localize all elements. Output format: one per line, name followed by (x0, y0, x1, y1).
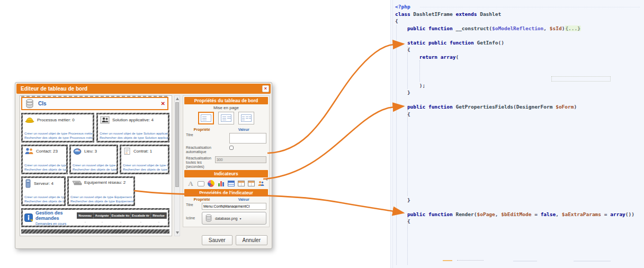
object-window-dashlet-icon[interactable] (237, 180, 245, 187)
tile-label: Contrat: 1 (133, 149, 152, 154)
properties-panel: Propriétés du tableau de bord Mise en pa… (183, 95, 270, 227)
dashlet-tile-contact[interactable]: Contact: 23 Créer un nouvel objet de typ… (21, 145, 68, 174)
cutoff-artifact (457, 260, 484, 261)
scroll-up-arrow-icon[interactable] (176, 97, 179, 100)
create-object-link[interactable]: Créer un nouvel objet de type Contrat (123, 163, 166, 167)
icon-picker-button[interactable]: database.png ▾ (202, 212, 266, 225)
serveur-icon (24, 179, 32, 188)
create-object-link[interactable]: Créer un nouvel objet de type Contact (24, 163, 65, 167)
dashboard-title-label: Titre (186, 133, 227, 137)
create-object-link[interactable]: Créer un nouvel objet de type Lieu (73, 163, 115, 167)
dashlet-tile-contrat[interactable]: Contrat: 1 Créer un nouvel objet de type… (120, 145, 169, 174)
gestion-status-table: Nouveau Assignée Escalade tto Escalade t… (77, 212, 167, 224)
dashlet-gestion-des-demandes[interactable]: Gestion des demandes Demandes en cours N… (21, 208, 169, 227)
search-object-link[interactable]: Rechercher des objets de type Serveur (24, 199, 62, 203)
create-object-link[interactable]: Créer un nouvel objet de type Serveur (24, 195, 62, 199)
column-header: Escalade tto (111, 212, 131, 219)
status-value: - (94, 219, 111, 224)
dialog-footer: Sauver Annuler (202, 235, 267, 245)
chevron-down-icon: ▾ (239, 217, 241, 220)
dashlet-header-cis[interactable]: CIs ✕ (21, 97, 168, 110)
screenshot-root: <?phpclass DashletIFrame extends Dashlet… (0, 0, 644, 268)
dashboard-editor-dialog: Editeur de tableau de bord × CIs ✕ (15, 82, 272, 249)
indicator-title-input[interactable] (202, 203, 266, 210)
column-header: Assignée (94, 212, 111, 219)
create-object-link[interactable]: Créer un nouvel objet de type Processus … (24, 131, 91, 136)
column-header: Résolue (151, 212, 167, 219)
contrat-icon (123, 147, 131, 155)
cis-remove-button[interactable]: ✕ (161, 101, 165, 106)
bar-chart-dashlet-icon[interactable] (217, 180, 225, 187)
column-header: Nouveau (77, 212, 94, 219)
search-object-link[interactable]: Rechercher des objets de type Solution a… (100, 136, 166, 140)
property-grid-header: Propriété Valeur (184, 196, 268, 202)
refresh-seconds-input[interactable] (215, 156, 266, 163)
solution-icon (100, 115, 110, 124)
column-header: Escalade ttr (131, 212, 151, 219)
status-value: - (77, 219, 94, 224)
board-properties-header: Propriétés du tableau de bord (184, 97, 268, 104)
gestion-subtitle-link[interactable]: Demandes en cours (35, 222, 75, 226)
database-icon (24, 99, 35, 109)
auto-refresh-label: Réactualisation automatique (186, 146, 227, 154)
status-value: - (151, 219, 167, 224)
save-button[interactable]: Sauver (202, 235, 232, 245)
dashboard-canvas: CIs ✕ Processus métier: 0 Créer un nouve… (20, 95, 172, 236)
cutoff-artifact (443, 260, 452, 261)
scrollbar-thumb[interactable] (175, 102, 179, 187)
indicator-properties-header: Propriétés de l'indicateur (184, 189, 268, 196)
indicator-toolbar: A 4 (184, 177, 268, 189)
collapsed-code-hint (551, 76, 611, 82)
dialog-close-button[interactable]: × (262, 85, 269, 92)
value-column-header: Valeur (219, 128, 268, 131)
search-object-link[interactable]: Rechercher des objets de type Processus … (24, 136, 91, 140)
reseau-icon (70, 179, 82, 186)
list-dashlet-icon[interactable] (227, 180, 235, 187)
code-panel: <?phpclass DashletIFrame extends Dashlet… (390, 0, 644, 268)
search-object-link[interactable]: Rechercher des objets de type Contact (24, 167, 65, 172)
scroll-down-arrow-icon[interactable] (176, 231, 179, 234)
contact-icon (24, 147, 34, 155)
icon-picker-value: database.png (215, 217, 237, 220)
code-gutter-line (392, 0, 393, 268)
layout-option-two-columns[interactable] (218, 112, 234, 124)
cis-title: CIs (38, 101, 158, 106)
object-window-dashlet-icon[interactable] (247, 180, 255, 187)
dashlet-tile-processus-metier[interactable]: Processus métier: 0 Créer un nouvel obje… (21, 113, 94, 142)
text-dashlet-icon[interactable]: A (186, 180, 195, 187)
dashlet-tile-serveur[interactable]: Serveur: 4 Créer un nouvel objet de type… (21, 176, 66, 206)
search-object-link[interactable]: Rechercher des objets de type Contrat (123, 167, 166, 172)
indicator-icon-label: Icône (186, 216, 200, 220)
dashlet-tile-equipement-reseau[interactable]: Equipement réseau: 2 Créer un nouvel obj… (67, 176, 135, 206)
php-source: <?phpclass DashletIFrame extends Dashlet… (395, 3, 634, 261)
property-grid-header: Propriété Valeur (184, 127, 268, 132)
dashlet-tile-solution-applicative[interactable]: Solution applicative: 4 Créer un nouvel … (96, 113, 169, 142)
cutoff-artifact (513, 261, 537, 262)
gestion-title: Gestion des demandes (35, 210, 75, 221)
tile-label: Contact: 23 (36, 149, 58, 154)
dialog-titlebar[interactable]: Editeur de tableau de bord × (16, 84, 271, 94)
people-icon (257, 181, 265, 187)
layout-option-one-column[interactable] (198, 112, 214, 124)
layout-option-three-columns[interactable] (238, 112, 254, 124)
tile-label: Processus métier: 0 (37, 118, 75, 122)
cancel-button[interactable]: Annuler (236, 235, 267, 245)
canvas-scrollbar[interactable] (174, 95, 180, 236)
property-column-header: Propriété (184, 128, 219, 131)
frame-dashlet-icon[interactable] (196, 180, 205, 187)
dashboard-title-input[interactable] (229, 133, 266, 144)
badge-count-dashlet-icon[interactable]: 4 (257, 179, 265, 187)
search-object-link[interactable]: Rechercher des objets de type Equipement… (70, 199, 132, 203)
create-object-link[interactable]: Créer un nouvel objet de type Solution a… (100, 131, 166, 136)
search-object-link[interactable]: Rechercher des objets de type Lieu (73, 167, 115, 172)
indicator-title-label: Titre (186, 203, 200, 207)
status-value: - (111, 219, 131, 224)
hardhat-icon (24, 115, 35, 124)
auto-refresh-checkbox[interactable] (229, 146, 234, 150)
info-icon (24, 213, 33, 222)
status-value: - (131, 219, 151, 224)
pie-chart-dashlet-icon[interactable] (207, 180, 215, 187)
create-object-link[interactable]: Créer un nouvel objet de type Equipement… (70, 195, 132, 199)
tile-label: Equipement réseau: 2 (84, 180, 126, 185)
dashlet-tile-lieu[interactable]: Lieu: 3 Créer un nouvel objet de type Li… (69, 145, 118, 174)
